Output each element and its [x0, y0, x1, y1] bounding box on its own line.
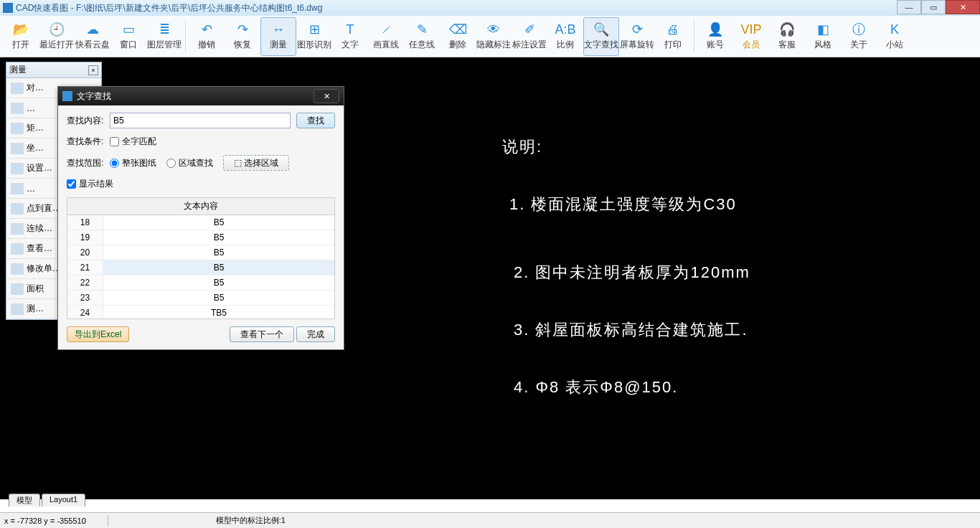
window-controls: — ▭ ✕ — [897, 0, 980, 14]
tool-图层管理[interactable]: ≣图层管理 — [146, 17, 182, 56]
measure-panel-close-icon[interactable]: × — [88, 65, 98, 75]
tool-比例[interactable]: A:B比例 — [547, 17, 583, 56]
result-row[interactable]: 24TB5 — [67, 306, 334, 319]
tool-label: 账号 — [707, 39, 724, 51]
app-icon — [3, 3, 13, 13]
tool-label: 窗口 — [120, 39, 137, 51]
drawing-note-2: 2. 图中未注明者板厚为120mm — [514, 262, 750, 283]
result-row[interactable]: 22B5 — [67, 275, 334, 291]
tool-测量[interactable]: ↔测量 — [260, 17, 296, 56]
tool-图形识别[interactable]: ⊞图形识别 — [296, 17, 332, 56]
measure-panel-title-text: 测量 — [9, 64, 27, 76]
tool-画直线[interactable]: ⟋画直线 — [368, 17, 404, 56]
find-content-input[interactable] — [110, 113, 291, 128]
tool-窗口[interactable]: ▭窗口 — [110, 17, 146, 56]
main-toolbar: 📂打开🕘最近打开☁快看云盘▭窗口≣图层管理↶撤销↷恢复↔测量⊞图形识别T文字⟋画… — [0, 16, 980, 57]
tool-客服[interactable]: 🎧客服 — [769, 17, 805, 56]
measure-panel-title: 测量 × — [6, 62, 101, 78]
layout-tabs: 模型 Layout1 — [9, 494, 87, 506]
export-excel-button[interactable]: 导出到Excel — [67, 326, 129, 342]
dialog-close-button[interactable]: ✕ — [314, 89, 339, 103]
tool-label: 快看云盘 — [75, 39, 110, 51]
measure-item-label: 设置… — [27, 162, 52, 174]
measure-item-label: 矩… — [27, 122, 44, 134]
tool-打印[interactable]: 🖨打印 — [655, 17, 691, 56]
minimize-button[interactable]: — — [897, 0, 921, 14]
tool-label: 打印 — [664, 39, 682, 51]
tool-最近打开[interactable]: 🕘最近打开 — [39, 17, 75, 56]
result-row[interactable]: 23B5 — [67, 291, 334, 306]
measure-item-icon — [11, 103, 24, 114]
measure-item-label: 查看… — [27, 242, 52, 255]
tool-账号[interactable]: 👤账号 — [697, 17, 733, 56]
maximize-button[interactable]: ▭ — [921, 0, 946, 14]
tool-文字查找[interactable]: 🔍文字查找 — [583, 17, 619, 56]
scope-region-radio[interactable] — [166, 159, 176, 168]
show-results-checkbox[interactable] — [67, 179, 76, 189]
小站-icon: K — [886, 22, 903, 37]
dialog-titlebar[interactable]: 文字查找 ✕ — [58, 87, 344, 105]
风格-icon: ◧ — [814, 22, 831, 37]
find-content-label: 查找内容: — [67, 115, 110, 127]
scope-region-option[interactable]: 区域查找 — [166, 157, 213, 169]
账号-icon: 👤 — [707, 22, 724, 37]
result-value: B5 — [103, 260, 334, 275]
full-match-option[interactable]: 全字匹配 — [110, 136, 156, 148]
scope-all-option[interactable]: 整张图纸 — [110, 157, 156, 169]
search-button[interactable]: 查找 — [296, 113, 335, 128]
tool-label: 图形识别 — [297, 39, 331, 51]
文字查找-icon: 🔍 — [593, 22, 610, 37]
result-row[interactable]: 20B5 — [67, 245, 334, 260]
result-row[interactable]: 21B5 — [67, 260, 334, 275]
measure-item-label: 对… — [27, 82, 44, 94]
toolbar-divider — [694, 21, 694, 52]
measure-item-label: 面积 — [27, 283, 44, 295]
tool-恢复[interactable]: ↷恢复 — [225, 17, 260, 56]
results-column-header: 文本内容 — [67, 198, 334, 215]
done-button[interactable]: 完成 — [296, 326, 335, 342]
measure-item-label: 点到直… — [27, 202, 61, 214]
measure-item-label: … — [27, 184, 35, 194]
result-row[interactable]: 18B5 — [67, 215, 334, 230]
show-results-option[interactable]: 显示结果 — [67, 178, 113, 190]
tool-文字[interactable]: T文字 — [332, 17, 368, 56]
result-row[interactable]: 19B5 — [67, 230, 334, 245]
results-table[interactable]: 文本内容 18B519B520B521B522B523B524TB5 — [67, 197, 335, 319]
tool-撤销[interactable]: ↶撤销 — [189, 17, 225, 56]
statusbar: x = -77328 y = -355510 模型中的标注比例:1 — [0, 512, 980, 528]
tool-风格[interactable]: ◧风格 — [805, 17, 841, 56]
比例-icon: A:B — [557, 22, 574, 37]
result-index: 24 — [67, 306, 103, 319]
tool-快看云盘[interactable]: ☁快看云盘 — [75, 17, 110, 56]
measure-item-icon — [11, 303, 24, 315]
find-condition-label: 查找条件: — [67, 136, 110, 148]
tool-小站[interactable]: K小站 — [877, 17, 913, 56]
tool-删除[interactable]: ⌫删除 — [440, 17, 476, 56]
measure-item-icon — [11, 82, 24, 94]
measure-item-icon — [11, 283, 24, 295]
tool-屏幕旋转[interactable]: ⟳屏幕旋转 — [619, 17, 655, 56]
tool-会员[interactable]: VIP会员 — [733, 17, 769, 56]
drawing-note-title: 说明: — [502, 136, 542, 158]
tool-关于[interactable]: ⓘ关于 — [841, 17, 877, 56]
full-match-checkbox[interactable] — [110, 137, 119, 146]
measure-item-icon — [11, 243, 24, 255]
view-next-button[interactable]: 查看下一个 — [230, 326, 294, 342]
measure-item-icon — [11, 183, 24, 194]
tool-任意线[interactable]: ✎任意线 — [404, 17, 440, 56]
close-button[interactable]: ✕ — [946, 0, 980, 14]
scope-all-radio[interactable] — [110, 159, 119, 168]
tool-隐藏标注[interactable]: 👁隐藏标注 — [476, 17, 512, 56]
titlebar: CAD快速看图 - F:\图纸\后坪\新建文件夹\后平\后坪公共服务中心结构图t… — [0, 0, 980, 16]
tool-label: 隐藏标注 — [476, 39, 511, 51]
屏幕旋转-icon: ⟳ — [628, 22, 646, 37]
select-region-button[interactable]: ⬚ 选择区域 — [223, 155, 289, 171]
tool-标注设置[interactable]: ✐标注设置 — [512, 17, 547, 56]
result-value: B5 — [103, 215, 334, 230]
layout-tab-layout1[interactable]: Layout1 — [42, 494, 85, 506]
result-index: 22 — [67, 275, 103, 290]
tool-label: 比例 — [557, 39, 574, 51]
layout-tab-model[interactable]: 模型 — [9, 494, 40, 506]
measure-item-icon — [11, 203, 24, 214]
tool-打开[interactable]: 📂打开 — [3, 17, 39, 56]
